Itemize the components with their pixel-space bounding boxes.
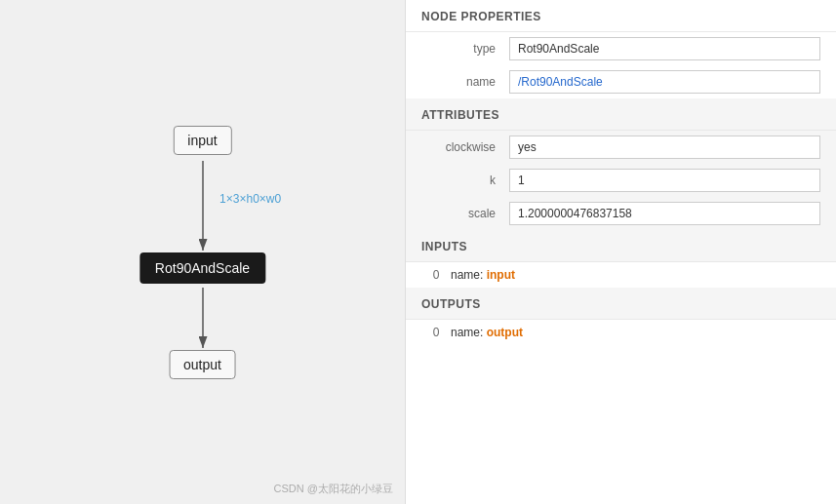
output-name: name: output [451, 326, 523, 339]
scale-row: scale 1.2000000476837158 [406, 197, 836, 230]
output-node[interactable]: output [169, 350, 236, 379]
inputs-section: 0 name: input [406, 262, 836, 288]
edge-label: 1×3×h0×w0 [219, 192, 281, 206]
attributes-header: ATTRIBUTES [406, 98, 836, 131]
name-value: /Rot90AndScale [509, 70, 820, 94]
k-value: 1 [509, 169, 820, 192]
type-value: Rot90AndScale [509, 37, 820, 60]
graph-container: input 1×3×h0×w0 Rot90AndScale output [96, 106, 310, 399]
input-name: name: input [451, 268, 515, 282]
inputs-header: INPUTS [406, 230, 836, 262]
outputs-header: OUTPUTS [406, 288, 836, 320]
scale-label: scale [421, 207, 509, 220]
input-node[interactable]: input [173, 126, 231, 155]
clockwise-value: yes [509, 136, 820, 159]
input-index: 0 [421, 268, 451, 282]
input-node-label: input [187, 133, 217, 148]
k-label: k [421, 174, 509, 187]
main-node-label: Rot90AndScale [155, 260, 250, 276]
scale-value: 1.2000000476837158 [509, 202, 820, 225]
output-index: 0 [421, 326, 451, 339]
type-row: type Rot90AndScale [406, 32, 836, 65]
clockwise-label: clockwise [421, 140, 509, 154]
watermark: CSDN @太阳花的小绿豆 [274, 482, 393, 496]
clockwise-row: clockwise yes [406, 131, 836, 164]
name-label: name [421, 75, 509, 89]
name-row: name /Rot90AndScale [406, 65, 836, 98]
attributes-section: clockwise yes k 1 scale 1.20000004768371… [406, 131, 836, 230]
type-label: type [421, 42, 509, 56]
outputs-section: 0 name: output [406, 320, 836, 345]
output-node-label: output [183, 357, 221, 372]
node-properties-header: NODE PROPERTIES [406, 0, 836, 32]
node-properties-section: type Rot90AndScale name /Rot90AndScale [406, 32, 836, 98]
graph-panel: input 1×3×h0×w0 Rot90AndScale output CSD… [0, 0, 405, 504]
main-node[interactable]: Rot90AndScale [139, 252, 265, 284]
right-panel: NODE PROPERTIES type Rot90AndScale name … [405, 0, 836, 504]
input-io-row: 0 name: input [406, 262, 836, 288]
output-io-row: 0 name: output [406, 320, 836, 345]
k-row: k 1 [406, 164, 836, 197]
